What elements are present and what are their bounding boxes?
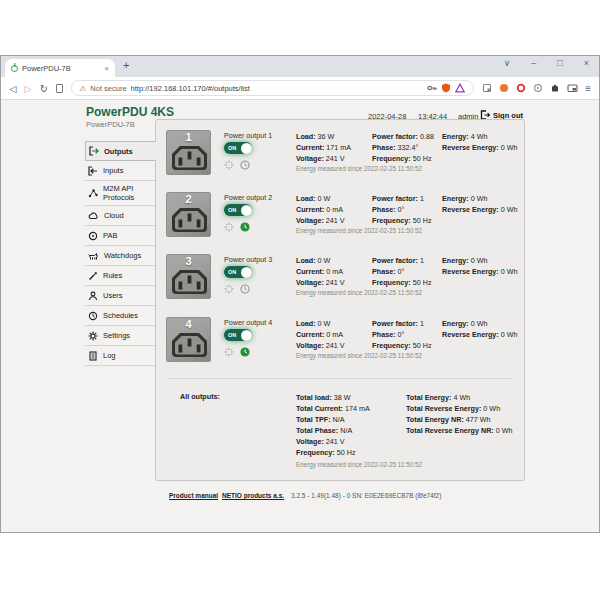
tab-search-icon[interactable]: ∨ xyxy=(504,58,511,68)
key-icon[interactable] xyxy=(427,83,437,93)
output-row-4: 4 Power output 4 ON xyxy=(156,316,524,378)
stat-value: 0 Wh xyxy=(481,404,500,413)
gear-extension-icon[interactable] xyxy=(533,83,543,93)
shield-extension-icon[interactable] xyxy=(441,83,451,93)
new-tab-button[interactable]: + xyxy=(123,59,129,71)
back-button[interactable]: ◁ xyxy=(9,83,16,94)
sidebar-item-m2m-api[interactable]: M2M API Protocols xyxy=(85,181,155,206)
power-toggle[interactable]: ON xyxy=(224,204,252,216)
stat-value: 174 mA xyxy=(343,404,370,413)
energy-note: Energy measured since 2022-02-25 11:50:5… xyxy=(296,352,422,359)
stat-label: Total Phase: xyxy=(296,426,338,435)
stat-label: Energy: xyxy=(442,319,469,328)
output-name: Power output 1 xyxy=(224,131,272,140)
output-row-1: 1 Power output 1 ON xyxy=(156,129,524,191)
url-text: http://192.168.101.170/#/outputs/list xyxy=(131,84,424,93)
stat-label: Frequency: xyxy=(372,341,411,350)
all-outputs-col-2: Total Energy: 4 WhTotal Reverse Energy: … xyxy=(406,392,513,436)
stat-label: Voltage: xyxy=(296,278,324,287)
triangle-extension-icon[interactable] xyxy=(455,83,465,93)
stat-label: Current: xyxy=(296,330,324,339)
outlet-number: 4 xyxy=(167,318,210,330)
socket-icon xyxy=(169,143,210,173)
outputs-icon xyxy=(89,146,99,156)
power-toggle[interactable]: ON xyxy=(224,329,252,341)
schedule-clock-icon xyxy=(240,222,250,232)
sidebar-item-cloud[interactable]: Cloud xyxy=(85,206,155,226)
maximize-button[interactable]: □ xyxy=(557,58,562,68)
watchdog-icon xyxy=(88,251,99,261)
tab-close-icon[interactable]: × xyxy=(104,64,109,73)
schedule-clock-icon xyxy=(240,284,250,294)
stat-value: 38 W xyxy=(332,393,351,402)
outlet-image: 2 xyxy=(166,192,211,237)
opera-extension-icon[interactable] xyxy=(516,83,526,93)
stat-line: Total load: 38 W xyxy=(296,392,370,403)
all-outputs-label: All outputs: xyxy=(180,392,220,401)
sidebar-item-label: M2M API Protocols xyxy=(103,184,153,202)
stat-value: 0 Wh xyxy=(499,267,518,276)
power-toggle[interactable]: ON xyxy=(224,142,252,154)
orange-avatar-icon[interactable] xyxy=(499,83,509,93)
stat-line: Energy: 4 Wh xyxy=(442,131,524,142)
stat-label: Load: xyxy=(296,319,316,328)
stat-value: 0.88 xyxy=(418,132,434,141)
sidebar-item-watchdogs[interactable]: Watchdogs xyxy=(85,246,155,266)
outlet-number: 3 xyxy=(167,255,210,267)
stat-value: 0 mA xyxy=(324,330,343,339)
stat-label: Current: xyxy=(296,205,324,214)
energy-note: Energy measured since 2022-02-25 11:50:5… xyxy=(296,165,422,172)
stat-label: Voltage: xyxy=(296,154,324,163)
power-toggle[interactable]: ON xyxy=(224,266,252,278)
stat-line: Frequency: 50 Hz xyxy=(296,447,370,458)
stat-line: Energy: 0 Wh xyxy=(442,193,524,204)
sidebar-item-schedules[interactable]: Schedules xyxy=(85,306,155,326)
address-bar[interactable]: ⚠ Not secure | http://192.168.101.170/#/… xyxy=(71,80,475,96)
stat-line: Reverse Energy: 0 Wh xyxy=(442,142,524,153)
browser-tab[interactable]: PowerPDU-7B × xyxy=(5,59,115,77)
stat-line: Total TPF: N/A xyxy=(296,414,370,425)
sidebar-item-pab[interactable]: PAB xyxy=(85,226,155,246)
toggle-state-label: ON xyxy=(228,145,236,151)
browser-menu-icon[interactable]: ≡ xyxy=(585,83,591,94)
outlet-image: 3 xyxy=(166,254,211,299)
sidebar-item-inputs[interactable]: Inputs xyxy=(85,161,155,181)
media-box-icon[interactable] xyxy=(567,83,578,93)
forward-button[interactable]: ▷ xyxy=(24,83,31,94)
stat-label: Power factor: xyxy=(372,194,418,203)
sidebar-item-rules[interactable]: Rules xyxy=(85,266,155,286)
stat-value: 0 Wh xyxy=(469,319,488,328)
stat-value: 50 Hz xyxy=(411,216,432,225)
stat-value: 1 xyxy=(418,256,424,265)
output-name: Power output 4 xyxy=(224,318,272,327)
stat-label: Phase: xyxy=(372,330,396,339)
stat-label: Power factor: xyxy=(372,256,418,265)
sidebar-item-label: Outputs xyxy=(104,147,133,156)
sidebar-item-settings[interactable]: Settings xyxy=(85,326,155,346)
page-extension-icon[interactable] xyxy=(482,83,492,93)
product-manual-link[interactable]: Product manual xyxy=(169,492,218,499)
sidebar-item-label: Inputs xyxy=(103,166,123,175)
close-button[interactable]: × xyxy=(584,58,589,68)
toggle-state-label: ON xyxy=(228,269,236,275)
reload-button[interactable]: ↻ xyxy=(40,83,48,94)
vendor-link[interactable]: NETIO products a.s. xyxy=(222,492,284,499)
sidebar-item-log[interactable]: Log xyxy=(85,346,155,366)
stat-label: Reverse Energy: xyxy=(442,267,499,276)
stats-col-3: Energy: 4 WhReverse Energy: 0 Wh xyxy=(442,131,524,153)
sidebar-item-users[interactable]: Users xyxy=(85,286,155,306)
sidebar-item-outputs[interactable]: Outputs xyxy=(85,141,156,161)
puzzle-extensions-icon[interactable] xyxy=(550,83,560,93)
stat-label: Reverse Energy: xyxy=(442,330,499,339)
stat-label: Reverse Energy: xyxy=(442,205,499,214)
toggle-knob xyxy=(241,267,252,278)
stat-value: 0° xyxy=(396,330,405,339)
minimize-button[interactable]: – xyxy=(531,58,536,68)
side-panel-icon[interactable] xyxy=(56,84,63,93)
stat-line: Energy: 0 Wh xyxy=(442,318,524,329)
stat-label: Phase: xyxy=(372,267,396,276)
stat-label: Frequency: xyxy=(372,278,411,287)
stat-label: Load: xyxy=(296,132,316,141)
socket-icon xyxy=(169,330,210,360)
stat-value: 0 Wh xyxy=(499,205,518,214)
